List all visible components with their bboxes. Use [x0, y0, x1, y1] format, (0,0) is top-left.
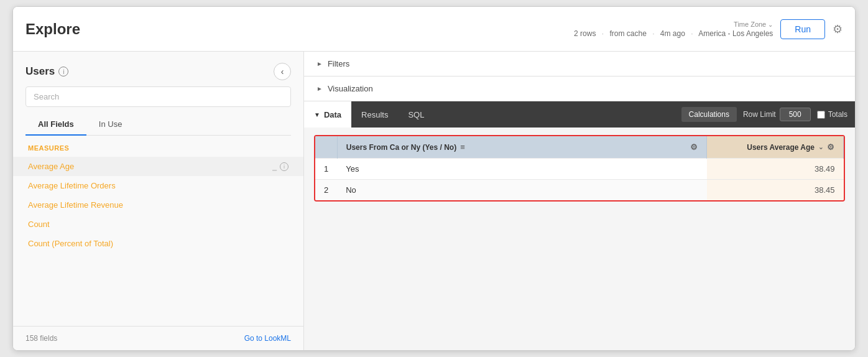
sidebar-footer: 158 fields Go to LookML [13, 326, 303, 350]
sort-icon[interactable]: ⌄ [818, 144, 823, 151]
run-button[interactable]: Run [780, 19, 825, 39]
data-table-container: Users From Ca or Ny (Yes / No) ≡ ⚙ Users… [304, 128, 855, 350]
measure-item-average-lifetime-revenue[interactable]: Average Lifetime Revenue ⎯ i [13, 195, 303, 215]
filter-icon[interactable]: ⎯ [272, 201, 277, 210]
sidebar-collapse-button[interactable]: ‹ [274, 63, 291, 80]
data-tabs-right: Calculations Row Limit Totals [681, 107, 855, 122]
visualization-section: ► Visualization [304, 76, 855, 101]
sidebar-title-row: Users i [25, 65, 68, 78]
row-num-header [315, 136, 337, 159]
row-2-col-1: No [337, 180, 706, 201]
sidebar-content: MEASURES Average Age ⎯ i Average Lifetim… [13, 136, 303, 326]
totals-group: Totals [817, 110, 847, 119]
col-header-users-average-age: Users Average Age ⌄ ⚙ [707, 136, 844, 159]
row-2-col-2: 38.45 [707, 180, 844, 201]
item-info-icon[interactable]: i [280, 220, 289, 229]
sidebar: Users i ‹ Search All Fields In Use MEASU… [13, 52, 304, 350]
tab-in-use[interactable]: In Use [86, 113, 135, 135]
row-limit-label: Row Limit [743, 110, 776, 119]
data-table: Users From Ca or Ny (Yes / No) ≡ ⚙ Users… [315, 136, 844, 200]
item-info-icon[interactable]: i [280, 162, 289, 171]
item-info-icon[interactable]: i [280, 239, 289, 248]
item-info-icon[interactable]: i [280, 201, 289, 210]
data-tabs-bar: ▼ Data Results SQL Calculations Row Limi… [304, 101, 855, 128]
timezone-label: Time Zone ⌄ [734, 21, 773, 28]
row-1-col-1: Yes [337, 159, 706, 180]
row-num-1: 1 [315, 159, 337, 180]
go-to-lookml-link[interactable]: Go to LookML [244, 334, 291, 343]
row-1-col-2: 38.49 [707, 159, 844, 180]
measure-item-count-percent[interactable]: Count (Percent of Total) ⎯ i [13, 234, 303, 253]
meta-info-row: 2 rows · from cache · 4m ago · America -… [574, 29, 773, 38]
filter-icon[interactable]: ⎯ [272, 162, 277, 171]
content-area: ► Filters ► Visualization ▼ Data Results [304, 52, 855, 350]
col-menu-icon[interactable]: ≡ [460, 142, 465, 152]
measure-item-average-age[interactable]: Average Age ⎯ i [13, 157, 303, 176]
settings-icon[interactable]: ⚙ [833, 22, 843, 36]
item-info-icon[interactable]: i [280, 182, 289, 190]
filters-label: Filters [328, 59, 349, 68]
visualization-header[interactable]: ► Visualization [304, 76, 855, 101]
app-container: Explore Time Zone ⌄ 2 rows · from cache … [12, 6, 856, 351]
tabs-row: All Fields In Use [25, 113, 291, 136]
visualization-chevron-icon: ► [316, 85, 323, 92]
tab-sql[interactable]: SQL [398, 101, 434, 128]
app-title: Explore [25, 21, 80, 38]
data-tab-chevron-icon: ▼ [314, 111, 320, 118]
filters-header[interactable]: ► Filters [304, 52, 855, 76]
col-gear-icon[interactable]: ⚙ [690, 142, 698, 152]
sidebar-header: Users i ‹ [13, 52, 303, 86]
visualization-label: Visualization [328, 84, 373, 93]
data-table-wrapper: Users From Ca or Ny (Yes / No) ≡ ⚙ Users… [314, 135, 845, 202]
col-gear-icon-2[interactable]: ⚙ [827, 142, 834, 152]
row-limit-input[interactable] [780, 108, 811, 121]
measure-item-average-lifetime-orders[interactable]: Average Lifetime Orders ⎯ i [13, 176, 303, 195]
measures-section-label: MEASURES [13, 144, 303, 157]
tab-all-fields[interactable]: All Fields [25, 113, 86, 135]
measure-item-count[interactable]: Count ⎯ i [13, 215, 303, 234]
tab-results[interactable]: Results [351, 101, 398, 128]
table-row: 2 No 38.45 [315, 180, 844, 201]
search-input[interactable]: Search [25, 86, 291, 107]
filters-chevron-icon: ► [316, 60, 323, 67]
totals-checkbox[interactable] [817, 111, 825, 119]
totals-label: Totals [828, 110, 847, 119]
header-right: Time Zone ⌄ 2 rows · from cache · 4m ago… [574, 19, 843, 39]
filter-icon[interactable]: ⎯ [272, 182, 277, 190]
row-limit-group: Row Limit [743, 108, 811, 121]
col-header-users-from-ca-ny: Users From Ca or Ny (Yes / No) ≡ ⚙ [337, 136, 706, 159]
table-row: 1 Yes 38.49 [315, 159, 844, 180]
users-info-icon[interactable]: i [58, 67, 68, 76]
main-layout: Users i ‹ Search All Fields In Use MEASU… [13, 52, 855, 350]
row-num-2: 2 [315, 180, 337, 201]
filter-icon[interactable]: ⎯ [272, 220, 277, 229]
tab-data[interactable]: ▼ Data [304, 101, 351, 128]
calculations-button[interactable]: Calculations [681, 107, 737, 122]
sidebar-title: Users [25, 65, 55, 78]
filters-section: ► Filters [304, 52, 855, 76]
fields-count: 158 fields [25, 334, 57, 343]
header: Explore Time Zone ⌄ 2 rows · from cache … [13, 7, 855, 52]
filter-icon[interactable]: ⎯ [272, 239, 277, 248]
header-meta: Time Zone ⌄ 2 rows · from cache · 4m ago… [574, 21, 773, 38]
